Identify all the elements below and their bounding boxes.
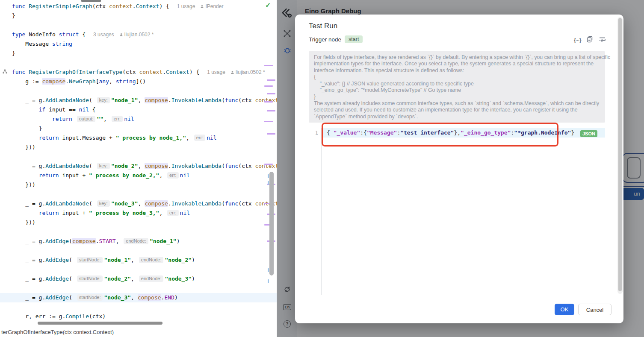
code-line[interactable]: _ = g.AddLambdaNode( key:"node_1", compo… bbox=[0, 96, 277, 105]
code-line[interactable] bbox=[0, 86, 277, 96]
inspection-ok-icon: ✓ bbox=[265, 1, 271, 9]
code-line[interactable]: _ = g.AddEdge( startNode:"node_1", endNo… bbox=[0, 255, 277, 265]
code-line[interactable]: g := compose.NewGraph[any, string]() bbox=[0, 77, 277, 86]
input-highlight-red-box bbox=[322, 123, 558, 147]
editor-horizontal-scrollbar[interactable] bbox=[38, 322, 162, 325]
cancel-button[interactable]: Cancel bbox=[578, 304, 612, 315]
ok-button[interactable]: OK bbox=[555, 304, 574, 315]
code-line[interactable]: r, err := g.Compile(ctx) bbox=[0, 312, 277, 321]
code-line[interactable] bbox=[0, 190, 277, 199]
dialog-title: Test Run bbox=[309, 22, 337, 30]
code-line[interactable]: })) bbox=[0, 180, 277, 190]
format-icon[interactable] bbox=[599, 36, 606, 44]
code-editor[interactable]: func RegisterSimpleGraph(ctx context.Con… bbox=[0, 0, 277, 327]
editor-top-knob bbox=[81, 0, 101, 2]
editor-vertical-scrollbar[interactable] bbox=[269, 172, 274, 275]
code-line[interactable]: Message string bbox=[0, 39, 277, 49]
code-line[interactable]: return input + " process by node_2,", er… bbox=[0, 171, 277, 180]
line-number: 1 bbox=[311, 128, 318, 138]
code-line[interactable]: })) bbox=[0, 218, 277, 227]
breadcrumb: terGraphOfInterfaceType(ctx context.Cont… bbox=[0, 327, 277, 337]
dialog-scrollbar-track bbox=[617, 17, 623, 294]
gutter-separator bbox=[321, 128, 322, 295]
code-line[interactable] bbox=[0, 227, 277, 237]
code-line[interactable]: _ = g.AddLambdaNode( key:"node_3", compo… bbox=[0, 199, 277, 208]
code-line[interactable]: })) bbox=[0, 143, 277, 152]
code-line[interactable]: _ = g.AddLambdaNode( key:"node_2", compo… bbox=[0, 161, 277, 171]
code-line[interactable]: _ = g.AddEdge(compose.START, endNode:"no… bbox=[0, 237, 277, 246]
code-line[interactable]: } bbox=[0, 49, 277, 58]
json-format-badge: JSON bbox=[580, 130, 597, 137]
code-line[interactable]: func RegisterSimpleGraph(ctx context.Con… bbox=[0, 2, 277, 11]
code-line[interactable]: _ = g.AddEdge( startNode:"node_2", endNo… bbox=[0, 274, 277, 284]
braces-icon[interactable]: {···} bbox=[574, 37, 581, 43]
code-line[interactable] bbox=[0, 58, 277, 67]
code-line[interactable]: func RegisterGraphOfInterfaceType(ctx co… bbox=[0, 67, 277, 77]
code-line[interactable]: type NodeInfo struct { 3 usagesliujian.0… bbox=[0, 30, 277, 39]
code-line[interactable]: if input == nil { bbox=[0, 105, 277, 114]
trigger-node-label: Trigger node bbox=[309, 36, 341, 43]
code-line[interactable] bbox=[0, 302, 277, 312]
code-line[interactable] bbox=[0, 246, 277, 255]
graph-gutter-icon[interactable] bbox=[2, 68, 8, 75]
code-line[interactable] bbox=[0, 265, 277, 274]
code-lines[interactable]: func RegisterSimpleGraph(ctx context.Con… bbox=[0, 2, 277, 321]
code-line[interactable] bbox=[0, 152, 277, 161]
trigger-node-badge[interactable]: start bbox=[345, 35, 363, 43]
code-line[interactable] bbox=[0, 21, 277, 30]
code-line[interactable]: } bbox=[0, 124, 277, 133]
dialog-scrollbar-thumb[interactable] bbox=[618, 18, 622, 291]
code-line[interactable]: _ = g.AddEdge( startNode:"node_3", compo… bbox=[0, 293, 277, 302]
code-line[interactable]: return input + " process by node_3,", er… bbox=[0, 208, 277, 218]
code-line[interactable]: } bbox=[0, 11, 277, 21]
copy-icon[interactable] bbox=[586, 36, 593, 44]
code-line[interactable] bbox=[0, 284, 277, 293]
code-line[interactable]: return output:"", err:nil bbox=[0, 114, 277, 124]
test-run-dialog: Test Run Trigger node start {···} For fi… bbox=[295, 15, 623, 323]
interface-help-text: For fields of type interface, they are r… bbox=[309, 51, 605, 123]
code-line[interactable]: return input.Message + " process by node… bbox=[0, 133, 277, 143]
